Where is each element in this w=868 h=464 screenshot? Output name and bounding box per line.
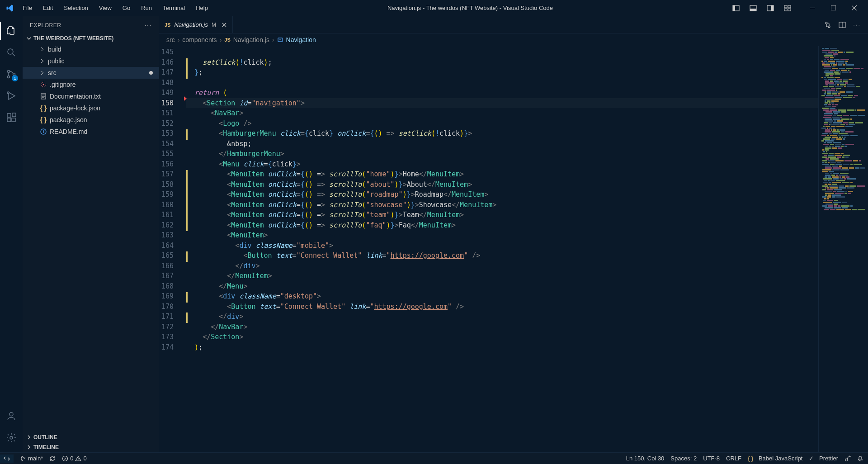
activity-debug-icon[interactable] <box>0 85 23 107</box>
activity-extensions-icon[interactable] <box>0 107 23 128</box>
folder-public[interactable]: public <box>23 55 159 67</box>
sync-icon[interactable] <box>49 455 56 462</box>
file-readme[interactable]: README.md <box>23 126 159 137</box>
tab-navigation-js[interactable]: JS Navigation.js M <box>159 16 233 33</box>
svg-point-35 <box>845 459 848 461</box>
svg-point-32 <box>21 459 23 461</box>
breadcrumbs[interactable]: src › components › JS Navigation.js › Na… <box>159 33 868 46</box>
indentation[interactable]: Spaces: 2 <box>670 455 697 462</box>
activity-settings-icon[interactable] <box>0 427 23 449</box>
svg-point-22 <box>10 436 13 439</box>
tab-label: Navigation.js <box>174 21 208 28</box>
menu-go[interactable]: Go <box>118 3 135 13</box>
activity-search-icon[interactable] <box>0 42 23 63</box>
text-file-icon <box>40 93 47 100</box>
activity-accounts-icon[interactable] <box>0 405 23 427</box>
file-package-lock[interactable]: { } package-lock.json <box>23 102 159 114</box>
outline-label: OUTLINE <box>33 434 57 440</box>
problems-indicator[interactable]: 0 0 <box>62 455 86 462</box>
toggle-primary-sidebar-icon[interactable] <box>728 2 744 14</box>
timeline-section[interactable]: TIMELINE <box>23 442 159 452</box>
code-content[interactable]: setClick(!click); }; return ( <Section i… <box>186 46 818 452</box>
svg-point-26 <box>826 22 827 24</box>
symbol-icon <box>277 37 283 43</box>
git-icon <box>40 81 47 88</box>
compare-changes-icon[interactable] <box>822 19 833 30</box>
svg-rect-6 <box>784 5 787 8</box>
titlebar-actions <box>728 0 864 16</box>
menu-help[interactable]: Help <box>191 3 212 13</box>
svg-rect-11 <box>831 5 836 10</box>
breadcrumb-components[interactable]: components <box>182 36 217 43</box>
menu-edit[interactable]: Edit <box>38 3 57 13</box>
info-icon <box>40 128 47 135</box>
breadcrumb-file[interactable]: Navigation.js <box>233 36 269 43</box>
svg-rect-19 <box>12 118 15 122</box>
notifications-icon[interactable] <box>857 455 863 462</box>
activity-bar: 1 <box>0 16 23 452</box>
remote-indicator-icon[interactable] <box>0 455 14 463</box>
file-gitignore[interactable]: .gitignore <box>23 79 159 90</box>
scm-badge: 1 <box>12 75 18 81</box>
file-package-json-label: package.json <box>50 116 87 123</box>
vscode-logo-icon <box>5 4 14 13</box>
activity-scm-icon[interactable]: 1 <box>0 63 23 85</box>
menu-run[interactable]: Run <box>137 3 156 13</box>
language-mode[interactable]: { } Babel JavaScript <box>748 455 802 462</box>
timeline-label: TIMELINE <box>33 444 59 450</box>
toggle-panel-icon[interactable] <box>745 2 761 14</box>
file-package-json[interactable]: { } package.json <box>23 114 159 126</box>
js-file-icon: JS <box>165 22 170 28</box>
prettier-status[interactable]: ✓ Prettier <box>809 455 838 462</box>
menu-selection[interactable]: Selection <box>59 3 92 13</box>
breadcrumb-src[interactable]: src <box>166 36 175 43</box>
folder-public-label: public <box>48 57 65 65</box>
outline-section[interactable]: OUTLINE <box>23 432 159 442</box>
svg-point-31 <box>21 456 23 457</box>
workspace-root[interactable]: THE WEIRDOS (NFT WEBSITE) <box>23 34 159 43</box>
customize-layout-icon[interactable] <box>779 2 796 14</box>
cursor-position[interactable]: Ln 150, Col 30 <box>626 455 665 462</box>
file-documentation-label: Documentation.txt <box>50 93 101 100</box>
window-title: Navigation.js - The weirdos (NFT Website… <box>212 5 728 11</box>
activity-explorer-icon[interactable] <box>0 20 23 42</box>
more-actions-icon[interactable]: ··· <box>851 19 863 30</box>
tab-close-icon[interactable] <box>222 22 227 28</box>
feedback-icon[interactable] <box>844 455 851 462</box>
file-gitignore-label: .gitignore <box>50 81 76 88</box>
folder-build-label: build <box>48 46 61 53</box>
svg-rect-18 <box>7 118 11 122</box>
svg-rect-17 <box>7 114 11 117</box>
explorer-header: EXPLORER ··· <box>23 16 159 34</box>
language-label: Babel JavaScript <box>759 455 803 462</box>
window-close-icon[interactable] <box>844 0 864 16</box>
file-documentation[interactable]: Documentation.txt <box>23 90 159 102</box>
breadcrumb-symbol[interactable]: Navigation <box>286 36 316 43</box>
json-icon: { } <box>40 116 47 123</box>
explorer-more-icon[interactable]: ··· <box>145 22 152 28</box>
menu-file[interactable]: File <box>18 3 37 13</box>
status-bar: main* 0 0 Ln 150, Col 30 Spaces: 2 UTF-8… <box>0 452 868 464</box>
svg-point-13 <box>8 71 10 73</box>
eol[interactable]: CRLF <box>726 455 741 462</box>
svg-rect-3 <box>750 9 756 11</box>
toggle-secondary-sidebar-icon[interactable] <box>762 2 778 14</box>
file-package-lock-label: package-lock.json <box>50 104 100 112</box>
title-bar: File Edit Selection View Go Run Terminal… <box>0 0 868 16</box>
encoding[interactable]: UTF-8 <box>703 455 720 462</box>
git-branch[interactable]: main* <box>20 455 43 462</box>
svg-rect-8 <box>784 9 787 11</box>
window-maximize-icon[interactable] <box>823 0 844 16</box>
minimap[interactable] <box>818 46 868 452</box>
line-gutter: 1451461471481491501511521531541551561571… <box>159 46 186 452</box>
menu-view[interactable]: View <box>94 3 116 13</box>
folder-src-label: src <box>48 69 57 76</box>
code-editor[interactable]: 1451461471481491501511521531541551561571… <box>159 46 868 452</box>
split-editor-icon[interactable] <box>837 19 848 30</box>
folder-build[interactable]: build <box>23 43 159 55</box>
folder-src[interactable]: src <box>23 67 159 79</box>
menu-terminal[interactable]: Terminal <box>158 3 189 13</box>
file-tree: build public src .gitignore Documentatio… <box>23 43 159 432</box>
modified-indicator-icon <box>149 71 153 75</box>
window-minimize-icon[interactable] <box>802 0 823 16</box>
